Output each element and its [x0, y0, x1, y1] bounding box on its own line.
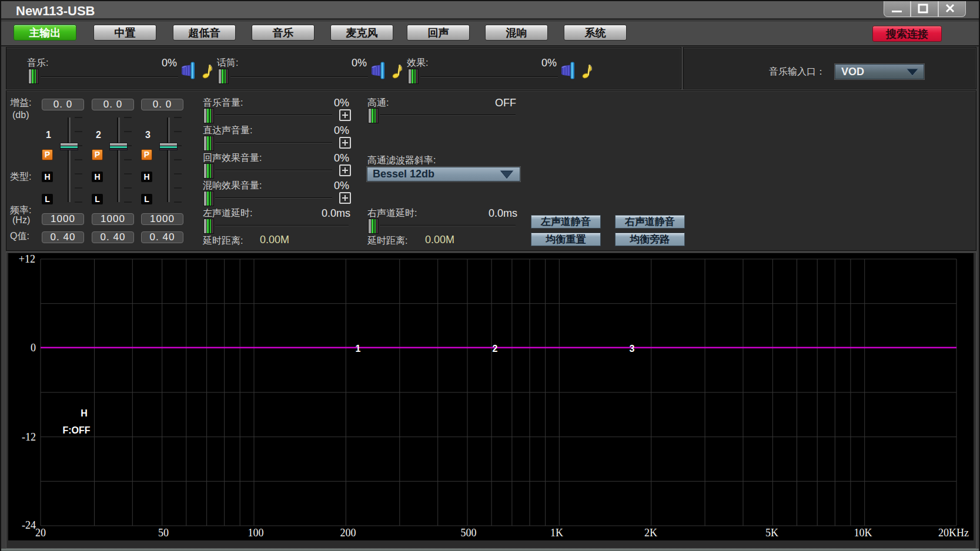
svg-text:H: H	[81, 408, 88, 418]
svg-text:5K: 5K	[765, 527, 778, 539]
svg-text:1: 1	[356, 344, 361, 354]
svg-text:10K: 10K	[854, 527, 872, 539]
svg-text:200: 200	[340, 527, 356, 539]
svg-text:20: 20	[35, 527, 46, 539]
svg-text:2: 2	[493, 344, 498, 354]
svg-text:50: 50	[158, 527, 169, 539]
svg-text:F:OFF: F:OFF	[62, 425, 90, 435]
svg-text:1K: 1K	[550, 527, 563, 539]
svg-text:20KHz: 20KHz	[938, 527, 969, 539]
svg-text:+12: +12	[19, 253, 35, 265]
svg-text:100: 100	[248, 527, 264, 539]
svg-text:3: 3	[630, 344, 635, 354]
svg-text:0: 0	[31, 342, 36, 354]
svg-text:2K: 2K	[644, 527, 657, 539]
svg-text:-12: -12	[22, 431, 36, 443]
svg-text:-24: -24	[22, 519, 36, 531]
svg-text:500: 500	[461, 527, 477, 539]
